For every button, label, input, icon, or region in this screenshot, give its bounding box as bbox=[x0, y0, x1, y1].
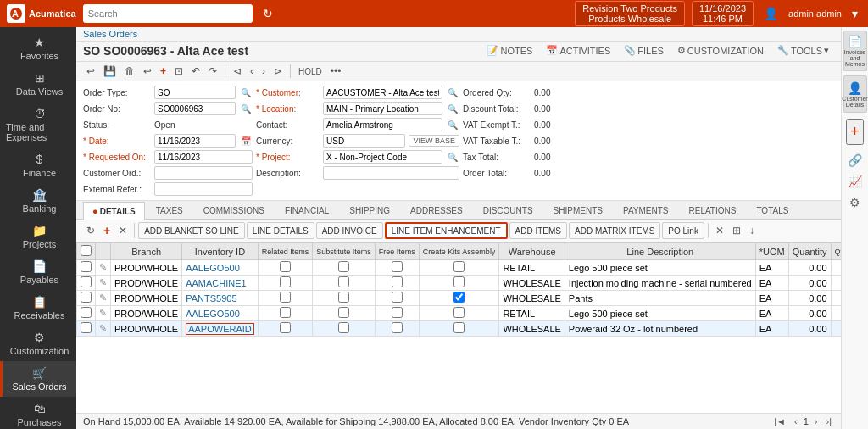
sidebar-item-payables[interactable]: 📄 Payables bbox=[0, 254, 76, 290]
row-edit-icon[interactable]: ✎ bbox=[99, 323, 107, 333]
sidebar-item-banking[interactable]: 🏦 Banking bbox=[0, 183, 76, 219]
location-search-icon[interactable]: 🔍 bbox=[446, 104, 459, 114]
tab-taxes[interactable]: TAXES bbox=[147, 202, 192, 220]
substituteItems-checkbox[interactable] bbox=[338, 261, 349, 272]
toolbar-more-btn[interactable]: ••• bbox=[327, 64, 345, 79]
customer-details-card[interactable]: 👤 Customer Details bbox=[843, 75, 867, 113]
createKits-checkbox[interactable] bbox=[453, 292, 465, 303]
tab-payments[interactable]: PAYMENTS bbox=[614, 202, 678, 220]
admin-chevron-icon[interactable]: ▾ bbox=[849, 5, 861, 22]
right-link-icon[interactable]: 🔗 bbox=[845, 151, 865, 170]
select-all-checkbox[interactable] bbox=[81, 245, 92, 256]
row-edit-icon[interactable]: ✎ bbox=[99, 277, 107, 287]
tab-financial[interactable]: FINANCIAL bbox=[275, 202, 338, 220]
tools-button[interactable]: 🔧 TOOLS ▾ bbox=[772, 43, 834, 58]
toolbar-undo2-btn[interactable]: ↶ bbox=[188, 64, 203, 79]
view-base-btn[interactable]: VIEW BASE bbox=[409, 135, 459, 147]
datetime-box[interactable]: 11/16/2023 11:46 PM bbox=[692, 1, 754, 26]
date-input[interactable] bbox=[154, 134, 236, 148]
grid-delete-btn[interactable]: ✕ bbox=[115, 223, 131, 238]
search-input[interactable] bbox=[83, 4, 253, 23]
refresh-icon[interactable]: ↻ bbox=[259, 5, 276, 22]
grid-refresh-btn[interactable]: ↻ bbox=[83, 223, 98, 238]
toolbar-next-btn[interactable]: › bbox=[259, 64, 269, 79]
customer-search-icon[interactable]: 🔍 bbox=[446, 88, 459, 98]
relatedItems-checkbox[interactable] bbox=[280, 261, 291, 272]
inventory-id-link[interactable]: AALEGO500 bbox=[186, 309, 240, 319]
sidebar-item-sales-orders[interactable]: 🛒 Sales Orders bbox=[0, 361, 76, 397]
sidebar-item-time-expenses[interactable]: ⏱ Time and Expenses bbox=[0, 102, 76, 148]
substituteItems-checkbox[interactable] bbox=[338, 322, 349, 333]
relatedItems-checkbox[interactable] bbox=[280, 292, 291, 303]
toolbar-save-btn[interactable]: 💾 bbox=[100, 64, 120, 79]
grid-add-btn[interactable]: + bbox=[100, 222, 114, 239]
order-no-search-icon[interactable]: 🔍 bbox=[239, 104, 253, 114]
sidebar-item-favorites[interactable]: ★ Favorites bbox=[0, 31, 76, 66]
col-related-items[interactable]: Related Items bbox=[258, 243, 313, 260]
col-uom[interactable]: *UOM bbox=[755, 243, 788, 260]
invoices-card[interactable]: 📄 Invoices and Memos bbox=[843, 31, 867, 71]
activities-button[interactable]: 📅 ACTIVITIES bbox=[541, 43, 615, 58]
right-add-btn[interactable]: + bbox=[846, 119, 864, 145]
date-calendar-icon[interactable]: 📅 bbox=[239, 136, 253, 146]
createKits-checkbox[interactable] bbox=[453, 322, 465, 333]
relatedItems-checkbox[interactable] bbox=[280, 322, 291, 333]
add-blanket-btn[interactable]: ADD BLANKET SO LINE bbox=[138, 222, 245, 239]
row-edit-icon[interactable]: ✎ bbox=[99, 308, 107, 318]
admin-label[interactable]: admin admin bbox=[788, 8, 842, 19]
toolbar-back-btn[interactable]: ↩ bbox=[83, 64, 98, 79]
toolbar-undo-btn[interactable]: ↩ bbox=[140, 64, 155, 79]
description-input[interactable] bbox=[323, 166, 459, 180]
col-branch[interactable]: Branch bbox=[111, 243, 182, 260]
row-checkbox[interactable] bbox=[81, 307, 92, 318]
sidebar-item-projects[interactable]: 📁 Projects bbox=[0, 219, 76, 254]
revision-box[interactable]: Revision Two Products Products Wholesale bbox=[575, 1, 685, 26]
notes-button[interactable]: 📝 NOTES bbox=[481, 43, 537, 58]
inventory-id-link[interactable]: AAPOWERAID bbox=[186, 323, 254, 335]
substituteItems-checkbox[interactable] bbox=[338, 292, 349, 303]
toolbar-last-btn[interactable]: ⊳ bbox=[270, 64, 286, 79]
grid-columns-icon-btn[interactable]: ⊞ bbox=[729, 223, 744, 238]
row-edit-icon[interactable]: ✎ bbox=[99, 292, 107, 303]
col-inventory-id[interactable]: Inventory ID bbox=[182, 243, 259, 260]
tab-shipping[interactable]: SHIPPING bbox=[340, 202, 399, 220]
po-link-btn[interactable]: PO Link bbox=[662, 222, 704, 239]
sidebar-item-finance[interactable]: $ Finance bbox=[0, 148, 76, 183]
project-search-icon[interactable]: 🔍 bbox=[446, 153, 459, 162]
breadcrumb-link[interactable]: Sales Orders bbox=[83, 29, 137, 39]
right-chart-icon[interactable]: 📈 bbox=[845, 172, 865, 191]
toolbar-first-btn[interactable]: ⊲ bbox=[230, 64, 245, 79]
tab-shipments[interactable]: SHIPMENTS bbox=[544, 202, 612, 220]
contact-input[interactable] bbox=[323, 118, 442, 131]
right-settings-icon[interactable]: ⚙ bbox=[847, 193, 863, 212]
requested-on-input[interactable] bbox=[154, 150, 253, 164]
person-icon[interactable]: 👤 bbox=[760, 5, 782, 22]
col-qty-on-shipments[interactable]: Qty. On Shipments bbox=[831, 243, 841, 260]
files-button[interactable]: 📎 FILES bbox=[619, 43, 669, 58]
order-type-search-icon[interactable]: 🔍 bbox=[239, 88, 253, 98]
sidebar-item-data-views[interactable]: ⊞ Data Views bbox=[0, 66, 76, 102]
col-line-desc[interactable]: Line Description bbox=[565, 243, 755, 260]
location-input[interactable] bbox=[323, 102, 442, 115]
line-item-enhancement-btn[interactable]: LINE ITEM ENHANCEMENT bbox=[385, 222, 508, 239]
line-details-btn[interactable]: LINE DETAILS bbox=[247, 222, 314, 239]
sidebar-item-purchases[interactable]: 🛍 Purchases bbox=[0, 397, 76, 429]
page-last-btn[interactable]: ›| bbox=[823, 415, 834, 427]
inventory-id-link[interactable]: AAMACHINE1 bbox=[186, 278, 247, 288]
col-quantity[interactable]: Quantity bbox=[788, 243, 831, 260]
row-checkbox[interactable] bbox=[81, 261, 92, 272]
add-items-btn[interactable]: ADD ITEMS bbox=[509, 222, 567, 239]
page-prev-btn[interactable]: ‹ bbox=[792, 415, 800, 427]
toolbar-prev-btn[interactable]: ‹ bbox=[247, 64, 257, 79]
page-next-btn[interactable]: › bbox=[812, 415, 821, 427]
tab-totals[interactable]: TOTALS bbox=[747, 202, 798, 220]
grid-export-icon-btn[interactable]: ↓ bbox=[746, 223, 758, 238]
freeItems-checkbox[interactable] bbox=[392, 276, 403, 287]
toolbar-hold-btn[interactable]: HOLD bbox=[295, 65, 326, 78]
inventory-id-link[interactable]: PANTS5905 bbox=[186, 293, 236, 304]
row-checkbox[interactable] bbox=[81, 292, 92, 303]
currency-input[interactable] bbox=[323, 134, 405, 148]
tab-relations[interactable]: RELATIONS bbox=[679, 202, 745, 220]
tab-discounts[interactable]: DISCOUNTS bbox=[474, 202, 542, 220]
relatedItems-checkbox[interactable] bbox=[280, 307, 291, 318]
